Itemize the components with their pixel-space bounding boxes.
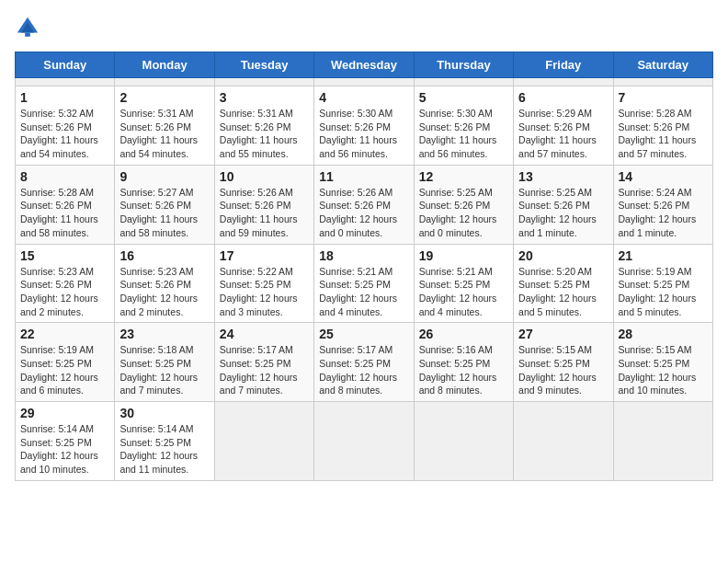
calendar-cell xyxy=(514,402,613,481)
day-info: Sunrise: 5:23 AM Sunset: 5:26 PM Dayligh… xyxy=(119,265,209,319)
calendar-cell: 19Sunrise: 5:21 AM Sunset: 5:25 PM Dayli… xyxy=(414,244,513,323)
day-info: Sunrise: 5:18 AM Sunset: 5:25 PM Dayligh… xyxy=(119,343,209,397)
day-info: Sunrise: 5:29 AM Sunset: 5:26 PM Dayligh… xyxy=(518,107,608,161)
day-info: Sunrise: 5:23 AM Sunset: 5:26 PM Dayligh… xyxy=(20,265,109,319)
calendar-cell: 10Sunrise: 5:26 AM Sunset: 5:26 PM Dayli… xyxy=(214,165,313,244)
calendar-cell xyxy=(514,78,613,86)
calendar-cell: 14Sunrise: 5:24 AM Sunset: 5:26 PM Dayli… xyxy=(613,165,712,244)
calendar-cell xyxy=(16,78,115,86)
day-info: Sunrise: 5:32 AM Sunset: 5:26 PM Dayligh… xyxy=(20,107,109,161)
calendar-cell: 1Sunrise: 5:32 AM Sunset: 5:26 PM Daylig… xyxy=(16,86,115,166)
calendar-table: SundayMondayTuesdayWednesdayThursdayFrid… xyxy=(15,52,713,481)
day-info: Sunrise: 5:22 AM Sunset: 5:25 PM Dayligh… xyxy=(220,265,309,319)
day-info: Sunrise: 5:26 AM Sunset: 5:26 PM Dayligh… xyxy=(220,186,309,240)
day-number: 7 xyxy=(619,90,708,105)
header-day: Wednesday xyxy=(314,52,414,78)
calendar-cell xyxy=(414,78,513,86)
day-info: Sunrise: 5:28 AM Sunset: 5:26 PM Dayligh… xyxy=(20,186,109,240)
day-number: 26 xyxy=(419,327,508,341)
calendar-cell: 18Sunrise: 5:21 AM Sunset: 5:25 PM Dayli… xyxy=(314,244,414,323)
calendar-cell: 22Sunrise: 5:19 AM Sunset: 5:25 PM Dayli… xyxy=(16,323,115,402)
day-number: 24 xyxy=(220,327,309,341)
calendar-cell xyxy=(115,78,214,86)
calendar-cell: 20Sunrise: 5:20 AM Sunset: 5:25 PM Dayli… xyxy=(514,244,613,323)
day-number: 28 xyxy=(619,327,708,341)
day-number: 25 xyxy=(319,327,408,341)
header-day: Monday xyxy=(115,52,214,78)
calendar-cell: 13Sunrise: 5:25 AM Sunset: 5:26 PM Dayli… xyxy=(514,165,613,244)
day-number: 14 xyxy=(619,169,708,184)
day-info: Sunrise: 5:25 AM Sunset: 5:26 PM Dayligh… xyxy=(419,186,508,240)
calendar-cell: 7Sunrise: 5:28 AM Sunset: 5:26 PM Daylig… xyxy=(613,86,712,166)
day-info: Sunrise: 5:24 AM Sunset: 5:26 PM Dayligh… xyxy=(619,186,708,240)
svg-rect-2 xyxy=(25,33,30,37)
calendar-cell xyxy=(613,78,712,86)
day-number: 21 xyxy=(619,248,708,263)
day-info: Sunrise: 5:31 AM Sunset: 5:26 PM Dayligh… xyxy=(220,107,309,161)
calendar-cell: 9Sunrise: 5:27 AM Sunset: 5:26 PM Daylig… xyxy=(115,165,214,244)
day-info: Sunrise: 5:27 AM Sunset: 5:26 PM Dayligh… xyxy=(119,186,209,240)
day-info: Sunrise: 5:15 AM Sunset: 5:25 PM Dayligh… xyxy=(518,343,608,397)
day-info: Sunrise: 5:26 AM Sunset: 5:26 PM Dayligh… xyxy=(319,186,408,240)
day-number: 3 xyxy=(220,90,309,105)
day-number: 17 xyxy=(220,248,309,263)
header-day: Tuesday xyxy=(214,52,313,78)
calendar-cell: 15Sunrise: 5:23 AM Sunset: 5:26 PM Dayli… xyxy=(16,244,115,323)
calendar-cell: 24Sunrise: 5:17 AM Sunset: 5:25 PM Dayli… xyxy=(214,323,313,402)
day-info: Sunrise: 5:25 AM Sunset: 5:26 PM Dayligh… xyxy=(518,186,608,240)
calendar-cell: 5Sunrise: 5:30 AM Sunset: 5:26 PM Daylig… xyxy=(414,86,513,166)
day-info: Sunrise: 5:17 AM Sunset: 5:25 PM Dayligh… xyxy=(319,343,408,397)
day-number: 22 xyxy=(20,327,109,341)
day-info: Sunrise: 5:19 AM Sunset: 5:25 PM Dayligh… xyxy=(619,265,708,319)
day-number: 16 xyxy=(119,248,209,263)
day-number: 19 xyxy=(419,248,508,263)
day-info: Sunrise: 5:15 AM Sunset: 5:25 PM Dayligh… xyxy=(619,343,708,397)
day-info: Sunrise: 5:14 AM Sunset: 5:25 PM Dayligh… xyxy=(20,422,109,477)
calendar-header: SundayMondayTuesdayWednesdayThursdayFrid… xyxy=(16,52,713,78)
calendar-cell: 30Sunrise: 5:14 AM Sunset: 5:25 PM Dayli… xyxy=(115,402,214,481)
day-number: 12 xyxy=(419,169,508,184)
calendar-cell: 3Sunrise: 5:31 AM Sunset: 5:26 PM Daylig… xyxy=(214,86,313,166)
logo xyxy=(15,15,44,40)
day-info: Sunrise: 5:21 AM Sunset: 5:25 PM Dayligh… xyxy=(319,265,408,319)
header-day: Thursday xyxy=(414,52,513,78)
header-day: Sunday xyxy=(16,52,115,78)
calendar-week-row: 1Sunrise: 5:32 AM Sunset: 5:26 PM Daylig… xyxy=(16,86,713,166)
day-number: 1 xyxy=(20,90,109,105)
logo-icon xyxy=(15,15,40,40)
calendar-cell: 28Sunrise: 5:15 AM Sunset: 5:25 PM Dayli… xyxy=(613,323,712,402)
calendar-cell: 6Sunrise: 5:29 AM Sunset: 5:26 PM Daylig… xyxy=(514,86,613,166)
calendar-cell: 11Sunrise: 5:26 AM Sunset: 5:26 PM Dayli… xyxy=(314,165,414,244)
calendar-cell xyxy=(613,402,712,481)
calendar-week-row: 22Sunrise: 5:19 AM Sunset: 5:25 PM Dayli… xyxy=(16,323,713,402)
calendar-cell xyxy=(314,402,414,481)
day-number: 9 xyxy=(119,169,209,184)
header-day: Saturday xyxy=(613,52,712,78)
calendar-body: 1Sunrise: 5:32 AM Sunset: 5:26 PM Daylig… xyxy=(16,78,713,481)
day-number: 10 xyxy=(220,169,309,184)
day-info: Sunrise: 5:30 AM Sunset: 5:26 PM Dayligh… xyxy=(319,107,408,161)
day-number: 2 xyxy=(119,90,209,105)
day-number: 6 xyxy=(518,90,608,105)
calendar-cell: 4Sunrise: 5:30 AM Sunset: 5:26 PM Daylig… xyxy=(314,86,414,166)
header-day: Friday xyxy=(514,52,613,78)
calendar-week-row: 15Sunrise: 5:23 AM Sunset: 5:26 PM Dayli… xyxy=(16,244,713,323)
day-number: 8 xyxy=(20,169,109,184)
calendar-cell: 25Sunrise: 5:17 AM Sunset: 5:25 PM Dayli… xyxy=(314,323,414,402)
day-number: 23 xyxy=(119,327,209,341)
day-info: Sunrise: 5:16 AM Sunset: 5:25 PM Dayligh… xyxy=(419,343,508,397)
day-number: 18 xyxy=(319,248,408,263)
day-info: Sunrise: 5:17 AM Sunset: 5:25 PM Dayligh… xyxy=(220,343,309,397)
calendar-cell xyxy=(314,78,414,86)
calendar-cell: 2Sunrise: 5:31 AM Sunset: 5:26 PM Daylig… xyxy=(115,86,214,166)
header-row: SundayMondayTuesdayWednesdayThursdayFrid… xyxy=(16,52,713,78)
day-info: Sunrise: 5:19 AM Sunset: 5:25 PM Dayligh… xyxy=(20,343,109,397)
day-number: 11 xyxy=(319,169,408,184)
day-info: Sunrise: 5:28 AM Sunset: 5:26 PM Dayligh… xyxy=(619,107,708,161)
calendar-cell: 8Sunrise: 5:28 AM Sunset: 5:26 PM Daylig… xyxy=(16,165,115,244)
calendar-cell: 17Sunrise: 5:22 AM Sunset: 5:25 PM Dayli… xyxy=(214,244,313,323)
calendar-cell xyxy=(414,402,513,481)
day-number: 20 xyxy=(518,248,608,263)
calendar-cell: 21Sunrise: 5:19 AM Sunset: 5:25 PM Dayli… xyxy=(613,244,712,323)
calendar-cell xyxy=(214,78,313,86)
